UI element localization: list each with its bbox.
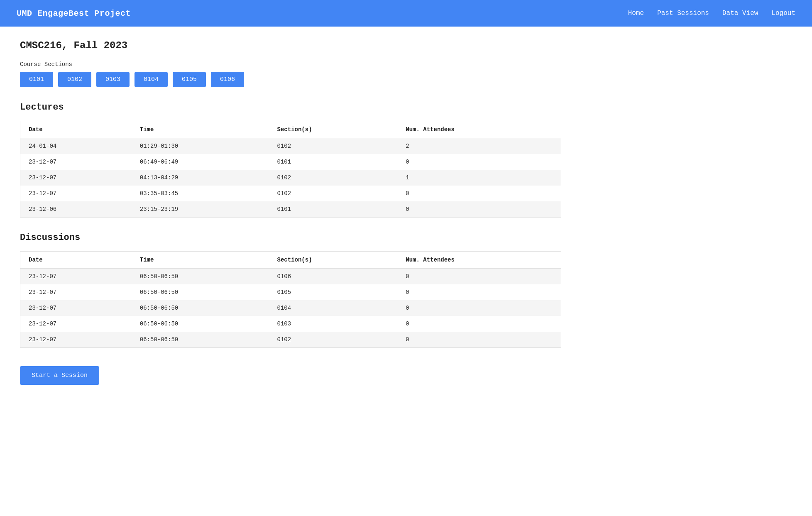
discussion-cell-attendees: 0 (397, 269, 561, 285)
lectures-col-section-s-: Section(s) (269, 121, 398, 138)
discussion-cell-date: 23-12-07 (20, 300, 132, 316)
lecture-cell-attendees: 1 (397, 170, 561, 186)
lecture-cell-section: 0101 (269, 154, 398, 170)
lectures-col-date: Date (20, 121, 132, 138)
discussion-cell-date: 23-12-07 (20, 284, 132, 300)
lecture-cell-attendees: 2 (397, 138, 561, 154)
discussions-col-date: Date (20, 252, 132, 269)
discussion-cell-section: 0106 (269, 269, 398, 285)
discussion-cell-attendees: 0 (397, 284, 561, 300)
lecture-cell-date: 24-01-04 (20, 138, 132, 154)
lecture-cell-section: 0102 (269, 186, 398, 201)
discussions-table: DateTimeSection(s)Num. Attendees 23-12-0… (20, 252, 561, 347)
lecture-cell-section: 0101 (269, 201, 398, 217)
lecture-cell-date: 23-12-07 (20, 170, 132, 186)
discussion-cell-section: 0102 (269, 332, 398, 347)
discussion-row[interactable]: 23-12-0706:50-06:5001020 (20, 332, 561, 347)
discussion-cell-section: 0104 (269, 300, 398, 316)
discussion-cell-attendees: 0 (397, 300, 561, 316)
main-content: CMSC216, Fall 2023 Course Sections 01010… (0, 27, 581, 405)
course-sections-label: Course Sections (20, 61, 561, 68)
discussion-cell-time: 06:50-06:50 (132, 332, 269, 347)
lectures-col-num--attendees: Num. Attendees (397, 121, 561, 138)
lecture-cell-time: 23:15-23:19 (132, 201, 269, 217)
section-btn-0106[interactable]: 0106 (211, 72, 244, 87)
discussion-row[interactable]: 23-12-0706:50-06:5001060 (20, 269, 561, 285)
nav-past-sessions[interactable]: Past Sessions (657, 10, 709, 17)
lecture-cell-time: 03:35-03:45 (132, 186, 269, 201)
lectures-tbody: 24-01-0401:29-01:300102223-12-0706:49-06… (20, 138, 561, 218)
discussion-cell-section: 0105 (269, 284, 398, 300)
lecture-row[interactable]: 23-12-0706:49-06:4901010 (20, 154, 561, 170)
lectures-table-wrapper[interactable]: DateTimeSection(s)Num. Attendees 24-01-0… (20, 121, 561, 218)
section-btn-0105[interactable]: 0105 (173, 72, 206, 87)
discussion-cell-attendees: 0 (397, 316, 561, 332)
lecture-cell-section: 0102 (269, 170, 398, 186)
discussion-row[interactable]: 23-12-0706:50-06:5001040 (20, 300, 561, 316)
discussions-col-time: Time (132, 252, 269, 269)
discussion-cell-date: 23-12-07 (20, 269, 132, 285)
discussion-cell-time: 06:50-06:50 (132, 316, 269, 332)
discussion-row[interactable]: 23-12-0706:50-06:5001030 (20, 316, 561, 332)
discussion-cell-time: 06:50-06:50 (132, 284, 269, 300)
discussions-header-row: DateTimeSection(s)Num. Attendees (20, 252, 561, 269)
lecture-cell-section: 0102 (269, 138, 398, 154)
lecture-row[interactable]: 24-01-0401:29-01:3001022 (20, 138, 561, 154)
lecture-cell-date: 23-12-07 (20, 154, 132, 170)
discussions-thead: DateTimeSection(s)Num. Attendees (20, 252, 561, 269)
discussion-cell-time: 06:50-06:50 (132, 269, 269, 285)
lecture-cell-time: 06:49-06:49 (132, 154, 269, 170)
lecture-cell-attendees: 0 (397, 186, 561, 201)
lectures-title: Lectures (20, 102, 561, 112)
lectures-header-row: DateTimeSection(s)Num. Attendees (20, 121, 561, 138)
discussion-row[interactable]: 23-12-0706:50-06:5001050 (20, 284, 561, 300)
page-title: CMSC216, Fall 2023 (20, 40, 561, 51)
lecture-row[interactable]: 23-12-0623:15-23:1901010 (20, 201, 561, 217)
section-btn-0103[interactable]: 0103 (96, 72, 130, 87)
discussions-tbody: 23-12-0706:50-06:500106023-12-0706:50-06… (20, 269, 561, 348)
section-buttons-container: 010101020103010401050106 (20, 72, 561, 87)
section-btn-0101[interactable]: 0101 (20, 72, 53, 87)
nav-brand: UMD EngageBest Project (17, 9, 131, 18)
nav-home[interactable]: Home (628, 10, 644, 17)
discussion-cell-attendees: 0 (397, 332, 561, 347)
lecture-cell-time: 04:13-04:29 (132, 170, 269, 186)
nav-logout[interactable]: Logout (771, 10, 795, 17)
discussions-title: Discussions (20, 232, 561, 243)
lecture-row[interactable]: 23-12-0703:35-03:4501020 (20, 186, 561, 201)
start-session-button[interactable]: Start a Session (20, 366, 99, 385)
lectures-thead: DateTimeSection(s)Num. Attendees (20, 121, 561, 138)
lectures-table: DateTimeSection(s)Num. Attendees 24-01-0… (20, 121, 561, 217)
section-btn-0102[interactable]: 0102 (58, 72, 91, 87)
discussion-cell-date: 23-12-07 (20, 332, 132, 347)
lecture-cell-time: 01:29-01:30 (132, 138, 269, 154)
discussions-col-section-s-: Section(s) (269, 252, 398, 269)
discussion-cell-date: 23-12-07 (20, 316, 132, 332)
discussion-cell-time: 06:50-06:50 (132, 300, 269, 316)
discussions-col-num--attendees: Num. Attendees (397, 252, 561, 269)
section-btn-0104[interactable]: 0104 (135, 72, 168, 87)
discussions-table-wrapper[interactable]: DateTimeSection(s)Num. Attendees 23-12-0… (20, 251, 561, 348)
navbar: UMD EngageBest Project HomePast Sessions… (0, 0, 812, 27)
lecture-row[interactable]: 23-12-0704:13-04:2901021 (20, 170, 561, 186)
lecture-cell-attendees: 0 (397, 154, 561, 170)
nav-data-view[interactable]: Data View (722, 10, 758, 17)
lectures-col-time: Time (132, 121, 269, 138)
discussion-cell-section: 0103 (269, 316, 398, 332)
lecture-cell-date: 23-12-07 (20, 186, 132, 201)
lecture-cell-date: 23-12-06 (20, 201, 132, 217)
nav-links: HomePast SessionsData ViewLogout (628, 10, 795, 17)
lecture-cell-attendees: 0 (397, 201, 561, 217)
